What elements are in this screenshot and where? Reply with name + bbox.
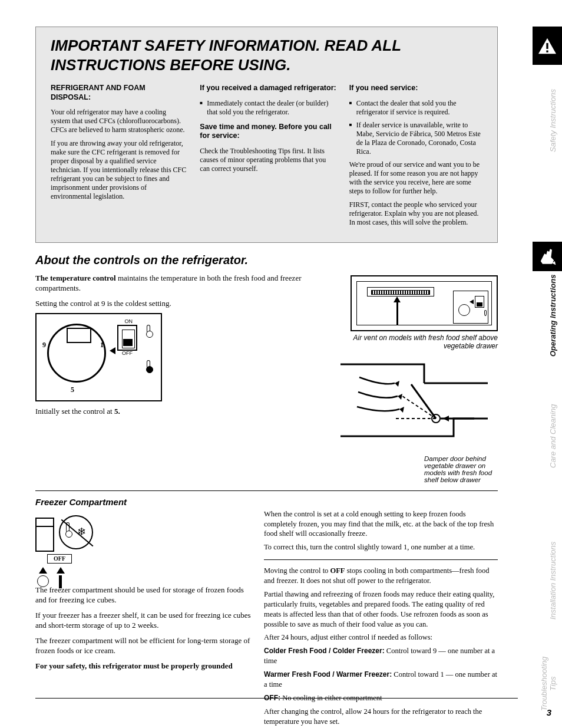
freezer-symbol-icon: ❄ OFF: [35, 509, 106, 580]
thermometer-cold-icon: [147, 325, 150, 335]
damaged-item: Immediately contact the dealer (or build…: [200, 99, 336, 117]
switch-off-label: OFF: [122, 350, 133, 357]
controls-p1: The temperature control maintains the te…: [35, 273, 308, 294]
freezer-title: Freezer Compartment: [35, 497, 498, 507]
service-item-2: If dealer service is unavailable, write …: [349, 121, 485, 156]
freezer-off-label: OFF: [47, 554, 72, 564]
controls-title: About the controls on the refrigerator.: [35, 253, 498, 267]
freezer-item-2: Warmer Fresh Food / Warmer Freezer: Cont…: [264, 670, 498, 690]
freezer-p3: The freezer compartment will not be effi…: [35, 635, 253, 656]
damaged-lead: If you received a damaged refrigerator:: [200, 84, 336, 93]
dial-label-9: 9: [42, 340, 46, 350]
vent-figure: [351, 275, 498, 331]
freezer-p1: The freezer compartment should be used f…: [35, 585, 253, 605]
vent-arrow-icon: [396, 301, 398, 325]
controls-p2: Setting the control at 9 is the coldest …: [35, 298, 308, 309]
freezer-p2: If your freezer has a freezer shelf, it …: [35, 610, 253, 631]
service-lead: If you need service:: [349, 84, 485, 93]
service-item-1: Contact the dealer that sold you the ref…: [349, 99, 485, 117]
freezer-right-col: When the control is set at a cold enough…: [264, 509, 498, 728]
vent-icon: [367, 287, 434, 297]
service-note-1: We're proud of our service and want you …: [349, 160, 485, 196]
dial-icon: [47, 324, 106, 383]
footer-rule: [35, 698, 518, 699]
cfc-body-1: Your old refrigerator may have a cooling…: [51, 108, 187, 134]
save-body: Check the Troubleshooting Tips first. It…: [200, 147, 336, 173]
svg-line-4: [411, 384, 436, 419]
svg-line-6: [401, 395, 436, 419]
safety-heading: IMPORTANT SAFETY INFORMATION. READ ALL I…: [51, 36, 485, 74]
dial-label-5: 5: [71, 385, 74, 394]
vent-caption: Air vent on models with fresh food shelf…: [351, 334, 498, 350]
safety-col-3: If you need service: Contact the dealer …: [349, 84, 485, 232]
cfc-body-2: If you are throwing away your old refrig…: [51, 139, 187, 201]
save-lead: Save time and money. Before you call for…: [200, 123, 336, 141]
damper-figure: [336, 360, 489, 454]
dial-pointer-icon: [110, 347, 115, 354]
control-panel-icon: [453, 291, 488, 324]
service-note-2: FIRST, contact the people who serviced y…: [349, 200, 485, 227]
section-divider: [35, 490, 498, 491]
freezer-p5: After changing the control, allow 24 hou…: [264, 707, 498, 727]
dial-label-1: 1: [100, 340, 104, 350]
safety-info-box: IMPORTANT SAFETY INFORMATION. READ ALL I…: [35, 27, 498, 243]
freezer-item-1: Colder Fresh Food / Colder Freezer: Cont…: [264, 646, 498, 666]
controls-right-col: Air vent on models with fresh food shelf…: [318, 273, 498, 483]
freezer-right-p4: Partial thawing and refreezing of frozen…: [264, 589, 498, 630]
damper-caption: Damper door behind vegetable drawer on m…: [424, 455, 495, 483]
switch-on-label: ON: [125, 318, 133, 325]
freezer-right-p3: Moving the control to OFF stops cooling …: [264, 566, 498, 586]
safety-col-1: REFRIGERANT AND FOAM DISPOSAL: Your old …: [51, 84, 187, 232]
controls-left-col: The temperature control maintains the te…: [35, 273, 308, 421]
cfc-title: REFRIGERANT AND FOAM DISPOSAL:: [51, 84, 187, 102]
thermometer-warm-icon: [147, 360, 150, 371]
freezer-right-p2: To correct this, turn the control slight…: [264, 542, 498, 552]
controls-p3: Initially set the control at 5.: [35, 406, 308, 417]
freezer-left-col: ❄ OFF The freezer compartment should be …: [35, 509, 253, 676]
dial-figure: 9 5 1 ON OFF: [35, 313, 162, 401]
safety-col-2: If you received a damaged refrigerator: …: [200, 84, 336, 232]
page-number: 3: [547, 707, 551, 717]
freezer-right-p1: When the control is set at a cold enough…: [264, 509, 498, 539]
inner-divider: [264, 559, 498, 560]
switch-icon: [117, 325, 137, 351]
freezer-list-intro: After 24 hours, adjust either control if…: [264, 633, 498, 643]
freezer-p4: For your safety, this refrigerator must …: [35, 661, 253, 671]
